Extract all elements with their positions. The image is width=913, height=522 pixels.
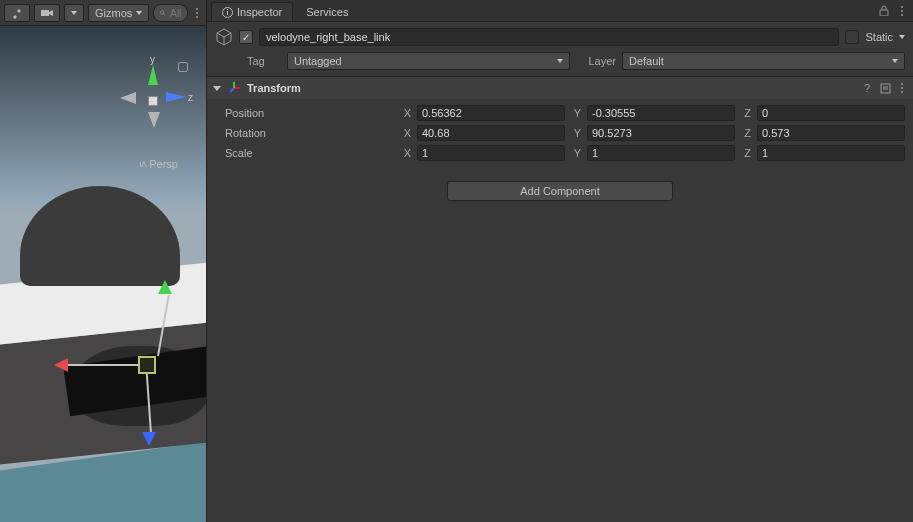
axis-y-label: Y bbox=[571, 127, 581, 139]
tag-dropdown[interactable]: Untagged bbox=[287, 52, 570, 70]
tab-services[interactable]: Services bbox=[295, 2, 359, 21]
tab-label: Services bbox=[306, 6, 348, 18]
axis-neg-y-icon[interactable] bbox=[148, 112, 160, 128]
svg-line-9 bbox=[230, 88, 234, 92]
chevron-down-icon bbox=[892, 59, 898, 63]
transform-icon bbox=[227, 81, 241, 95]
scale-z-field[interactable] bbox=[757, 145, 905, 161]
component-options-menu[interactable] bbox=[897, 83, 907, 93]
tools-button[interactable] bbox=[4, 4, 30, 22]
tab-label: Inspector bbox=[237, 6, 282, 18]
scene-options-menu[interactable] bbox=[192, 8, 202, 18]
axis-y-label: y bbox=[150, 54, 155, 65]
scene-panel: Gizmos y z Persp bbox=[0, 0, 206, 522]
layer-dropdown[interactable]: Default bbox=[622, 52, 905, 70]
position-label: Position bbox=[215, 107, 395, 119]
scale-label: Scale bbox=[215, 147, 395, 159]
scene-search[interactable] bbox=[153, 4, 188, 22]
move-center-handle[interactable] bbox=[138, 356, 156, 374]
tag-layer-row: Tag Untagged Layer Default bbox=[207, 52, 913, 76]
axis-x-label: X bbox=[401, 147, 411, 159]
inspector-panel: Inspector Services ✓ Static Tag Untagged… bbox=[206, 0, 913, 522]
layer-value: Default bbox=[629, 55, 664, 67]
axis-z-label: Z bbox=[741, 147, 751, 159]
svg-rect-5 bbox=[227, 9, 228, 10]
camera-dropdown[interactable] bbox=[64, 4, 84, 22]
axis-z-icon[interactable] bbox=[166, 92, 186, 102]
gameobject-name-field[interactable] bbox=[259, 28, 839, 46]
search-icon bbox=[160, 8, 165, 18]
lock-icon[interactable] bbox=[879, 5, 889, 16]
help-icon[interactable]: ? bbox=[861, 82, 873, 94]
add-component-button[interactable]: Add Component bbox=[447, 181, 673, 201]
axis-z-label: Z bbox=[741, 107, 751, 119]
position-row: Position X Y Z bbox=[215, 103, 905, 123]
component-title: Transform bbox=[247, 82, 301, 94]
rotation-z-field[interactable] bbox=[757, 125, 905, 141]
tools-icon bbox=[11, 7, 23, 19]
transform-component: Transform ? Position X Y Z Rotation X bbox=[207, 76, 913, 167]
axis-y-icon[interactable] bbox=[148, 65, 158, 85]
scale-x-field[interactable] bbox=[417, 145, 565, 161]
rotation-x-field[interactable] bbox=[417, 125, 565, 141]
axis-neg-x-icon[interactable] bbox=[120, 92, 136, 104]
tab-inspector[interactable]: Inspector bbox=[211, 2, 293, 21]
chevron-down-icon bbox=[557, 59, 563, 63]
chevron-down-icon bbox=[136, 11, 142, 15]
svg-rect-6 bbox=[880, 10, 888, 16]
preset-icon[interactable] bbox=[879, 82, 891, 94]
scale-y-field[interactable] bbox=[587, 145, 735, 161]
tag-value: Untagged bbox=[294, 55, 342, 67]
gizmos-dropdown[interactable]: Gizmos bbox=[88, 4, 149, 22]
axis-z-label: z bbox=[188, 92, 193, 103]
svg-rect-4 bbox=[227, 11, 228, 15]
axis-y-label: Y bbox=[571, 147, 581, 159]
foldout-icon[interactable] bbox=[213, 86, 221, 91]
rotation-label: Rotation bbox=[215, 127, 395, 139]
position-y-field[interactable] bbox=[587, 105, 735, 121]
scale-row: Scale X Y Z bbox=[215, 143, 905, 163]
projection-mode-label[interactable]: Persp bbox=[141, 158, 178, 170]
gameobject-header: ✓ Static bbox=[207, 22, 913, 52]
position-x-field[interactable] bbox=[417, 105, 565, 121]
panel-tabs: Inspector Services bbox=[207, 0, 913, 22]
static-label: Static bbox=[865, 31, 893, 43]
svg-rect-0 bbox=[41, 10, 49, 16]
scene-toolbar: Gizmos bbox=[0, 0, 206, 26]
layer-label: Layer bbox=[576, 55, 616, 67]
static-dropdown-icon[interactable] bbox=[899, 35, 905, 39]
orientation-cube-icon[interactable] bbox=[148, 96, 158, 106]
tag-label: Tag bbox=[247, 55, 281, 67]
camera-button[interactable] bbox=[34, 4, 60, 22]
axis-x-label: X bbox=[401, 127, 411, 139]
orientation-gizmo[interactable]: y z bbox=[112, 60, 192, 140]
rotation-y-field[interactable] bbox=[587, 125, 735, 141]
camera-icon bbox=[41, 8, 53, 18]
scene-geometry bbox=[20, 186, 180, 286]
inspector-options-menu[interactable] bbox=[897, 6, 907, 16]
add-component-label: Add Component bbox=[520, 185, 600, 197]
axis-x-label: X bbox=[401, 107, 411, 119]
axis-z-label: Z bbox=[741, 127, 751, 139]
axis-y-label: Y bbox=[571, 107, 581, 119]
chevron-down-icon bbox=[71, 11, 77, 15]
scene-view[interactable]: y z Persp bbox=[0, 26, 206, 522]
active-checkbox[interactable]: ✓ bbox=[239, 30, 253, 44]
svg-line-2 bbox=[164, 13, 166, 15]
info-icon bbox=[222, 7, 233, 18]
search-input[interactable] bbox=[170, 7, 181, 19]
gameobject-icon[interactable] bbox=[215, 28, 233, 46]
rotation-row: Rotation X Y Z bbox=[215, 123, 905, 143]
component-header[interactable]: Transform ? bbox=[207, 77, 913, 99]
static-checkbox[interactable] bbox=[845, 30, 859, 44]
position-z-field[interactable] bbox=[757, 105, 905, 121]
gizmos-label: Gizmos bbox=[95, 7, 132, 19]
